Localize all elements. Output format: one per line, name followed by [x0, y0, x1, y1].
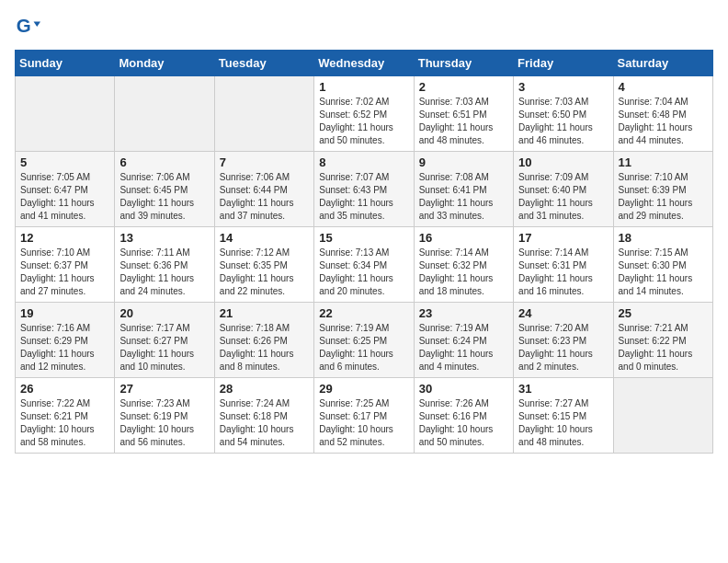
day-info: Sunrise: 7:04 AM Sunset: 6:48 PM Dayligh… — [619, 96, 708, 147]
calendar-cell: 26Sunrise: 7:22 AM Sunset: 6:21 PM Dayli… — [16, 378, 115, 454]
day-info: Sunrise: 7:10 AM Sunset: 6:39 PM Dayligh… — [619, 171, 708, 223]
page-header: G — [15, 15, 713, 40]
calendar-cell: 23Sunrise: 7:19 AM Sunset: 6:24 PM Dayli… — [414, 303, 513, 378]
calendar-cell — [115, 76, 214, 152]
day-info: Sunrise: 7:14 AM Sunset: 6:32 PM Dayligh… — [419, 247, 508, 298]
calendar-cell: 28Sunrise: 7:24 AM Sunset: 6:18 PM Dayli… — [214, 378, 313, 454]
calendar-cell: 2Sunrise: 7:03 AM Sunset: 6:51 PM Daylig… — [414, 76, 513, 152]
calendar-week-row: 26Sunrise: 7:22 AM Sunset: 6:21 PM Dayli… — [16, 378, 713, 454]
day-info: Sunrise: 7:20 AM Sunset: 6:23 PM Dayligh… — [518, 322, 608, 373]
calendar-cell: 13Sunrise: 7:11 AM Sunset: 6:36 PM Dayli… — [115, 227, 214, 303]
calendar-cell: 17Sunrise: 7:14 AM Sunset: 6:31 PM Dayli… — [514, 227, 613, 303]
day-number: 27 — [119, 382, 209, 396]
day-info: Sunrise: 7:18 AM Sunset: 6:26 PM Dayligh… — [220, 322, 309, 373]
day-number: 19 — [20, 306, 109, 320]
day-info: Sunrise: 7:03 AM Sunset: 6:50 PM Dayligh… — [518, 96, 608, 147]
day-info: Sunrise: 7:14 AM Sunset: 6:31 PM Dayligh… — [518, 247, 608, 298]
calendar-cell: 9Sunrise: 7:08 AM Sunset: 6:41 PM Daylig… — [414, 152, 513, 227]
day-info: Sunrise: 7:26 AM Sunset: 6:16 PM Dayligh… — [419, 397, 508, 449]
day-info: Sunrise: 7:25 AM Sunset: 6:17 PM Dayligh… — [319, 397, 408, 449]
calendar-cell: 30Sunrise: 7:26 AM Sunset: 6:16 PM Dayli… — [414, 378, 513, 454]
calendar-cell: 20Sunrise: 7:17 AM Sunset: 6:27 PM Dayli… — [115, 303, 214, 378]
calendar-cell: 11Sunrise: 7:10 AM Sunset: 6:39 PM Dayli… — [613, 152, 712, 227]
day-number: 9 — [419, 155, 508, 169]
day-info: Sunrise: 7:22 AM Sunset: 6:21 PM Dayligh… — [20, 397, 109, 449]
day-info: Sunrise: 7:06 AM Sunset: 6:44 PM Dayligh… — [220, 171, 309, 223]
calendar-cell: 7Sunrise: 7:06 AM Sunset: 6:44 PM Daylig… — [214, 152, 313, 227]
day-info: Sunrise: 7:13 AM Sunset: 6:34 PM Dayligh… — [319, 247, 408, 298]
day-number: 31 — [518, 382, 608, 396]
day-number: 17 — [518, 231, 608, 245]
calendar-cell: 5Sunrise: 7:05 AM Sunset: 6:47 PM Daylig… — [16, 152, 115, 227]
day-info: Sunrise: 7:24 AM Sunset: 6:18 PM Dayligh… — [220, 397, 309, 449]
day-number: 11 — [619, 155, 708, 169]
day-info: Sunrise: 7:10 AM Sunset: 6:37 PM Dayligh… — [20, 247, 109, 298]
day-info: Sunrise: 7:17 AM Sunset: 6:27 PM Dayligh… — [119, 322, 209, 373]
day-info: Sunrise: 7:19 AM Sunset: 6:24 PM Dayligh… — [419, 322, 508, 373]
day-number: 8 — [319, 155, 408, 169]
day-info: Sunrise: 7:06 AM Sunset: 6:45 PM Dayligh… — [119, 171, 209, 223]
calendar-cell: 8Sunrise: 7:07 AM Sunset: 6:43 PM Daylig… — [314, 152, 414, 227]
day-info: Sunrise: 7:02 AM Sunset: 6:52 PM Dayligh… — [319, 96, 408, 147]
day-number: 16 — [419, 231, 508, 245]
day-number: 29 — [319, 382, 408, 396]
calendar-cell: 24Sunrise: 7:20 AM Sunset: 6:23 PM Dayli… — [514, 303, 613, 378]
calendar-header-row: SundayMondayTuesdayWednesdayThursdayFrid… — [16, 51, 713, 76]
calendar-cell: 18Sunrise: 7:15 AM Sunset: 6:30 PM Dayli… — [613, 227, 712, 303]
col-header-sunday: Sunday — [16, 51, 115, 76]
day-number: 12 — [20, 231, 109, 245]
calendar-cell: 6Sunrise: 7:06 AM Sunset: 6:45 PM Daylig… — [115, 152, 214, 227]
calendar-cell — [16, 76, 115, 152]
day-number: 23 — [419, 306, 508, 320]
calendar-cell: 4Sunrise: 7:04 AM Sunset: 6:48 PM Daylig… — [613, 76, 712, 152]
day-info: Sunrise: 7:21 AM Sunset: 6:22 PM Dayligh… — [619, 322, 708, 373]
calendar-week-row: 12Sunrise: 7:10 AM Sunset: 6:37 PM Dayli… — [16, 227, 713, 303]
day-number: 4 — [619, 80, 708, 94]
day-number: 22 — [319, 306, 408, 320]
logo-icon: G — [15, 15, 40, 40]
day-info: Sunrise: 7:11 AM Sunset: 6:36 PM Dayligh… — [119, 247, 209, 298]
day-number: 1 — [319, 80, 408, 94]
col-header-thursday: Thursday — [414, 51, 513, 76]
day-number: 3 — [518, 80, 608, 94]
day-number: 21 — [220, 306, 309, 320]
day-info: Sunrise: 7:08 AM Sunset: 6:41 PM Dayligh… — [419, 171, 508, 223]
day-number: 30 — [419, 382, 508, 396]
calendar-cell: 14Sunrise: 7:12 AM Sunset: 6:35 PM Dayli… — [214, 227, 313, 303]
col-header-saturday: Saturday — [613, 51, 712, 76]
calendar-week-row: 5Sunrise: 7:05 AM Sunset: 6:47 PM Daylig… — [16, 152, 713, 227]
calendar-cell: 3Sunrise: 7:03 AM Sunset: 6:50 PM Daylig… — [514, 76, 613, 152]
col-header-wednesday: Wednesday — [314, 51, 414, 76]
day-number: 25 — [619, 306, 708, 320]
day-info: Sunrise: 7:09 AM Sunset: 6:40 PM Dayligh… — [518, 171, 608, 223]
calendar-cell: 22Sunrise: 7:19 AM Sunset: 6:25 PM Dayli… — [314, 303, 414, 378]
day-number: 24 — [518, 306, 608, 320]
day-number: 5 — [20, 155, 109, 169]
col-header-friday: Friday — [514, 51, 613, 76]
day-number: 20 — [119, 306, 209, 320]
day-number: 14 — [220, 231, 309, 245]
calendar-cell — [214, 76, 313, 152]
calendar-cell: 10Sunrise: 7:09 AM Sunset: 6:40 PM Dayli… — [514, 152, 613, 227]
day-info: Sunrise: 7:12 AM Sunset: 6:35 PM Dayligh… — [220, 247, 309, 298]
day-number: 7 — [220, 155, 309, 169]
day-info: Sunrise: 7:07 AM Sunset: 6:43 PM Dayligh… — [319, 171, 408, 223]
day-number: 6 — [119, 155, 209, 169]
calendar-cell: 12Sunrise: 7:10 AM Sunset: 6:37 PM Dayli… — [16, 227, 115, 303]
calendar-week-row: 19Sunrise: 7:16 AM Sunset: 6:29 PM Dayli… — [16, 303, 713, 378]
calendar-cell: 15Sunrise: 7:13 AM Sunset: 6:34 PM Dayli… — [314, 227, 414, 303]
day-info: Sunrise: 7:19 AM Sunset: 6:25 PM Dayligh… — [319, 322, 408, 373]
day-number: 13 — [119, 231, 209, 245]
calendar-cell: 1Sunrise: 7:02 AM Sunset: 6:52 PM Daylig… — [314, 76, 414, 152]
day-info: Sunrise: 7:23 AM Sunset: 6:19 PM Dayligh… — [119, 397, 209, 449]
day-info: Sunrise: 7:15 AM Sunset: 6:30 PM Dayligh… — [619, 247, 708, 298]
day-number: 26 — [20, 382, 109, 396]
calendar-cell: 19Sunrise: 7:16 AM Sunset: 6:29 PM Dayli… — [16, 303, 115, 378]
calendar-cell: 29Sunrise: 7:25 AM Sunset: 6:17 PM Dayli… — [314, 378, 414, 454]
calendar-cell — [613, 378, 712, 454]
calendar-table: SundayMondayTuesdayWednesdayThursdayFrid… — [15, 50, 713, 454]
calendar-cell: 27Sunrise: 7:23 AM Sunset: 6:19 PM Dayli… — [115, 378, 214, 454]
col-header-tuesday: Tuesday — [214, 51, 313, 76]
day-number: 10 — [518, 155, 608, 169]
day-number: 28 — [220, 382, 309, 396]
